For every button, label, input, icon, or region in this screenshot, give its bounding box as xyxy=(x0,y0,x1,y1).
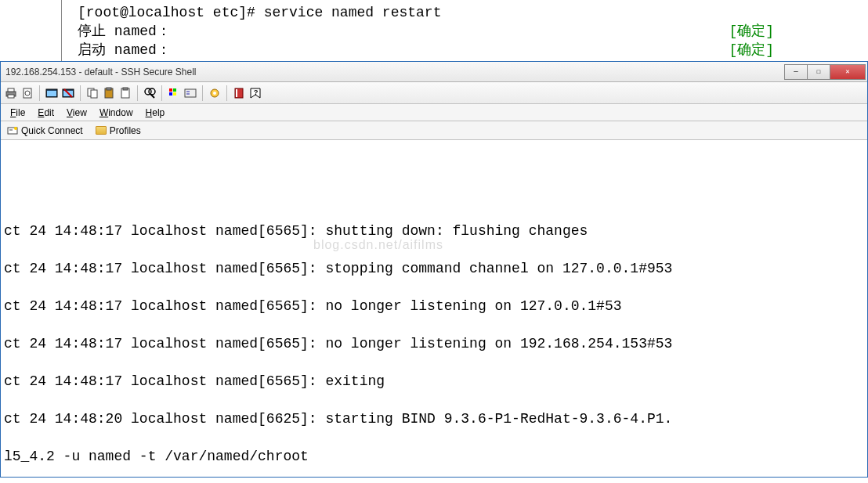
settings-icon[interactable] xyxy=(183,86,197,100)
terminal-output[interactable]: ct 24 14:48:17 localhost named[6565]: sh… xyxy=(1,140,867,477)
log-line: l5_4.2 -u named -t /var/named/chroot xyxy=(4,447,864,466)
menu-edit[interactable]: Edit xyxy=(31,106,60,120)
svg-rect-20 xyxy=(173,88,176,92)
log-line: ct 24 14:48:17 localhost named[6565]: no… xyxy=(4,334,864,353)
folder-icon xyxy=(96,126,107,135)
help-icon[interactable]: ? xyxy=(248,86,262,100)
paste-icon[interactable] xyxy=(102,86,116,100)
svg-rect-21 xyxy=(169,92,172,96)
svg-rect-25 xyxy=(186,93,190,95)
svg-rect-1 xyxy=(8,88,14,92)
svg-rect-11 xyxy=(91,90,97,98)
profiles-label: Profiles xyxy=(110,125,141,136)
upper-terminal-output: [root@localhost etc]# service named rest… xyxy=(61,0,868,61)
title-bar[interactable]: 192.168.254.153 - default - SSH Secure S… xyxy=(1,62,867,82)
minimize-button[interactable]: ─ xyxy=(784,64,808,80)
svg-point-18 xyxy=(149,88,155,95)
stop-status-line: 停止 named： [确定] xyxy=(78,22,852,41)
toolbar-separator xyxy=(137,85,138,101)
log-line: ct 24 14:48:17 localhost named[6565]: sh… xyxy=(4,222,864,240)
window-title: 192.168.254.153 - default - SSH Secure S… xyxy=(5,67,197,77)
window-controls: ─ ☐ ✕ xyxy=(785,64,866,80)
menu-file[interactable]: File xyxy=(4,106,31,120)
svg-point-33 xyxy=(14,127,17,130)
print-icon[interactable] xyxy=(4,86,18,100)
toolbar-separator xyxy=(202,85,203,101)
svg-rect-2 xyxy=(8,95,14,98)
menu-bar: File Edit View Window Help xyxy=(1,104,867,121)
log-line: ct 24 14:48:17 localhost named[6565]: no… xyxy=(4,297,864,315)
new-terminal-icon[interactable] xyxy=(45,86,59,100)
start-status-ok: [确定] xyxy=(729,41,774,59)
book-icon[interactable] xyxy=(232,86,246,100)
log-line: ct 24 14:48:17 localhost named[6565]: st… xyxy=(4,259,864,278)
toolbar: ? xyxy=(1,82,867,104)
quick-connect-button[interactable]: Quick Connect xyxy=(4,124,86,137)
log-line: ct 24 14:48:17 localhost named[6565]: ex… xyxy=(4,372,864,391)
ssh-secure-shell-window: 192.168.254.153 - default - SSH Secure S… xyxy=(0,61,868,478)
maximize-button[interactable]: ☐ xyxy=(807,64,830,80)
menu-window[interactable]: Window xyxy=(93,106,139,120)
svg-text:?: ? xyxy=(254,89,258,97)
svg-rect-15 xyxy=(123,88,128,90)
copy-icon[interactable] xyxy=(85,86,99,100)
svg-point-27 xyxy=(213,92,216,95)
command-prompt-line: [root@localhost etc]# service named rest… xyxy=(78,3,852,22)
close-button[interactable]: ✕ xyxy=(830,64,866,80)
svg-rect-22 xyxy=(173,92,176,96)
toolbar-separator xyxy=(39,85,40,101)
quick-connect-label: Quick Connect xyxy=(21,125,83,136)
quick-connect-icon xyxy=(7,125,18,136)
menu-help[interactable]: Help xyxy=(139,106,172,120)
start-status-line: 启动 named： [确定] xyxy=(78,41,852,59)
svg-rect-13 xyxy=(107,88,111,90)
stop-label: 停止 named： xyxy=(78,22,171,41)
gear-icon[interactable] xyxy=(208,86,222,100)
menu-view[interactable]: View xyxy=(60,106,93,120)
stop-status-ok: [确定] xyxy=(729,22,774,41)
preview-icon[interactable] xyxy=(20,86,34,100)
colors-icon[interactable] xyxy=(167,86,181,100)
profiles-button[interactable]: Profiles xyxy=(92,124,144,137)
svg-rect-19 xyxy=(169,88,172,92)
shortcut-bar: Quick Connect Profiles xyxy=(1,121,867,140)
log-line: ct 24 14:48:20 localhost named[6625]: st… xyxy=(4,409,864,428)
start-label: 启动 named： xyxy=(78,41,171,59)
clipboard-icon[interactable] xyxy=(118,86,132,100)
svg-rect-29 xyxy=(236,89,237,97)
disconnect-icon[interactable] xyxy=(61,86,75,100)
toolbar-separator xyxy=(161,85,162,101)
toolbar-separator xyxy=(80,85,81,101)
svg-rect-24 xyxy=(186,91,190,92)
svg-rect-6 xyxy=(47,91,56,96)
toolbar-separator xyxy=(226,85,227,101)
find-icon[interactable] xyxy=(143,86,157,100)
